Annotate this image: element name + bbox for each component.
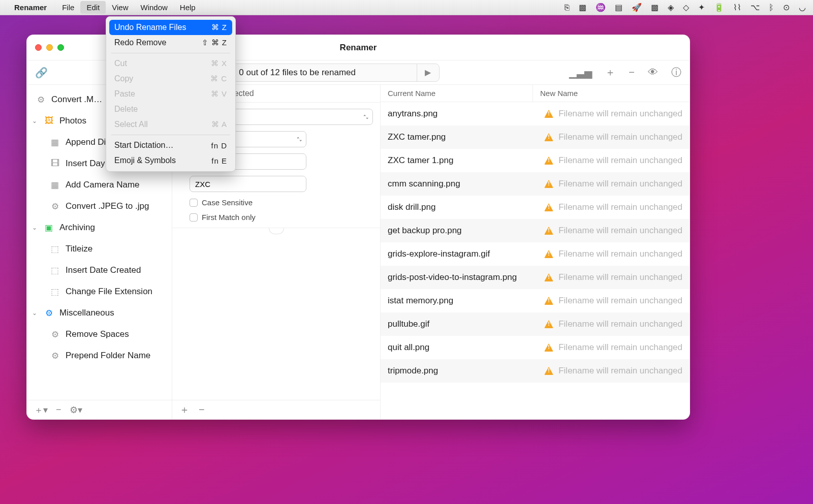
file-current-name: ZXC tamer.png (388, 132, 533, 142)
sidebar-settings-button[interactable]: ⚙▾ (70, 404, 82, 416)
warning-text: Filename will remain unchanged (558, 319, 682, 329)
menu-window[interactable]: Window (134, 1, 173, 14)
file-row[interactable]: pulltube.gifFilename will remain unchang… (381, 312, 690, 336)
tray-icon[interactable]: 🚀 (632, 3, 642, 12)
cube-icon: ▣ (43, 222, 54, 233)
sidebar-item[interactable]: ⚙Prepend Folder Name (27, 345, 172, 366)
control-center-icon[interactable]: ⌥ (751, 3, 760, 12)
gear-icon: ⚙ (49, 350, 60, 361)
sidebar-item-label: Add Camera Name (66, 180, 140, 190)
file-new-name-warning: Filename will remain unchanged (544, 109, 682, 119)
tray-icon[interactable]: ⎘ (565, 3, 570, 12)
film-icon: 🎞 (49, 158, 60, 169)
bluetooth-icon[interactable]: ᛒ (769, 3, 774, 12)
checkbox-icon[interactable] (190, 213, 198, 222)
app-menu[interactable]: Renamer (14, 3, 47, 12)
chain-remove-step-button[interactable]: − (199, 404, 205, 416)
warning-text: Filename will remain unchanged (558, 226, 682, 236)
run-rename-button[interactable]: ▶ (417, 64, 439, 81)
frame-icon: ▦ (49, 179, 60, 191)
menu-extras: ⎘ ▩ ♒ ▤ 🚀 ▩ ◈ ◇ ✦ 🔋 ⌇⌇ ⌥ ᛒ ⊙ ◡ (565, 3, 806, 12)
warning-icon (544, 133, 553, 141)
tray-icon[interactable]: ▤ (615, 3, 622, 12)
menu-item[interactable]: Undo Rename Files⌘ Z (109, 20, 232, 35)
airpods-icon[interactable]: ⌇⌇ (733, 3, 741, 12)
gear-icon: ⚙ (43, 307, 54, 319)
chain-add-step-button[interactable]: ＋ (179, 403, 190, 417)
file-row[interactable]: ZXC tamer 1.pngFilename will remain unch… (381, 149, 690, 172)
battery-icon[interactable]: 🔋 (714, 3, 724, 12)
sidebar-item[interactable]: ⚙Convert .JPEG to .jpg (27, 196, 172, 217)
sidebar-item[interactable]: ⚙Remove Spaces (27, 324, 172, 345)
file-row[interactable]: cmm scanning.pngFilename will remain unc… (381, 172, 690, 196)
checkbox-icon[interactable] (190, 199, 198, 207)
chevron-down-icon: ⌄ (32, 309, 38, 317)
insert-step-handle[interactable] (269, 228, 284, 234)
window-minimize-button[interactable] (46, 44, 53, 51)
menu-item-shortcut: ⌘ X (211, 59, 227, 68)
column-new-name[interactable]: New Name (533, 85, 690, 102)
sidebar-item[interactable]: ▦Add Camera Name (27, 174, 172, 196)
file-new-name-warning: Filename will remain unchanged (544, 366, 682, 376)
column-current-name[interactable]: Current Name (381, 85, 533, 102)
tray-icon[interactable]: ✦ (698, 3, 705, 12)
file-row[interactable]: istat memory.pngFilename will remain unc… (381, 289, 690, 312)
menu-item-shortcut: fn D (211, 141, 227, 150)
box-icon: ⬚ (49, 243, 60, 255)
menu-item[interactable]: Start Dictation…fn D (109, 138, 232, 153)
file-row[interactable]: grids-explore-instagram.gifFilename will… (381, 242, 690, 266)
warning-text: Filename will remain unchanged (558, 296, 682, 306)
menu-item[interactable]: Emoji & Symbolsfn E (109, 153, 232, 168)
menu-item: Select All⌘ A (109, 117, 232, 132)
replace-input[interactable] (190, 176, 306, 192)
window-close-button[interactable] (35, 44, 42, 51)
wifi-icon[interactable]: ◡ (799, 3, 806, 12)
file-row[interactable]: grids-post-video-to-instagram.pngFilenam… (381, 266, 690, 289)
menu-item-shortcut: ⌘ Z (211, 23, 227, 32)
case-sensitive-option[interactable]: Case Sensitive (190, 198, 373, 207)
info-icon[interactable]: ⓘ (671, 66, 681, 79)
file-row[interactable]: disk drill.pngFilename will remain uncha… (381, 196, 690, 219)
menu-item-label: Redo Remove (114, 38, 166, 47)
menu-item-shortcut: ⌘ C (210, 74, 227, 83)
file-row[interactable]: quit all.pngFilename will remain unchang… (381, 336, 690, 359)
sidebar-item-label: Titleize (66, 244, 92, 254)
sidebar-item-label: Miscellaneous (59, 308, 114, 318)
menu-edit[interactable]: Edit (80, 1, 106, 14)
tray-icon[interactable]: ♒ (596, 3, 606, 12)
tray-icon[interactable]: ◈ (668, 3, 674, 12)
file-row[interactable]: anytrans.pngFilename will remain unchang… (381, 102, 690, 125)
warning-icon (544, 297, 553, 305)
file-row[interactable]: tripmode.pngFilename will remain unchang… (381, 359, 690, 383)
chain-link-icon[interactable]: 🔗 (35, 67, 48, 79)
sidebar-group[interactable]: ⌄⚙Miscellaneous (27, 302, 172, 324)
box-icon: ⬚ (49, 286, 60, 297)
file-current-name: disk drill.png (388, 202, 533, 212)
stats-icon[interactable]: ▁▃▅ (569, 67, 592, 79)
sidebar-item-label: Convert .JPEG to .jpg (66, 201, 149, 211)
menu-file[interactable]: File (56, 1, 80, 14)
sidebar-remove-button[interactable]: − (56, 404, 61, 415)
sidebar-item[interactable]: ⬚Change File Extension (27, 281, 172, 302)
sidebar-item[interactable]: ⬚Insert Date Created (27, 260, 172, 281)
edit-menu-dropdown[interactable]: Undo Rename Files⌘ ZRedo Remove⇧ ⌘ ZCut⌘… (106, 16, 236, 172)
tray-icon[interactable]: ▩ (579, 3, 586, 12)
warning-icon (544, 367, 553, 375)
sidebar-group[interactable]: ⌄▣Archiving (27, 217, 172, 238)
sidebar-item[interactable]: ⬚Titleize (27, 238, 172, 260)
first-match-option[interactable]: First Match only (190, 213, 373, 222)
now-playing-icon[interactable]: ⊙ (783, 3, 790, 12)
tray-icon[interactable]: ◇ (683, 3, 689, 12)
menu-item[interactable]: Redo Remove⇧ ⌘ Z (109, 35, 232, 50)
sidebar-add-button[interactable]: ＋▾ (34, 404, 48, 416)
file-row[interactable]: get backup pro.pngFilename will remain u… (381, 219, 690, 242)
file-row[interactable]: ZXC tamer.pngFilename will remain unchan… (381, 125, 690, 149)
tray-icon[interactable]: ▩ (651, 3, 659, 12)
menu-view[interactable]: View (106, 1, 134, 14)
window-zoom-button[interactable] (57, 44, 64, 51)
remove-button[interactable]: − (629, 67, 635, 78)
menu-help[interactable]: Help (174, 1, 202, 14)
sidebar-item-label: Insert Date Created (66, 265, 141, 275)
preview-icon[interactable]: 👁 (648, 67, 658, 78)
add-button[interactable]: ＋ (605, 66, 615, 79)
